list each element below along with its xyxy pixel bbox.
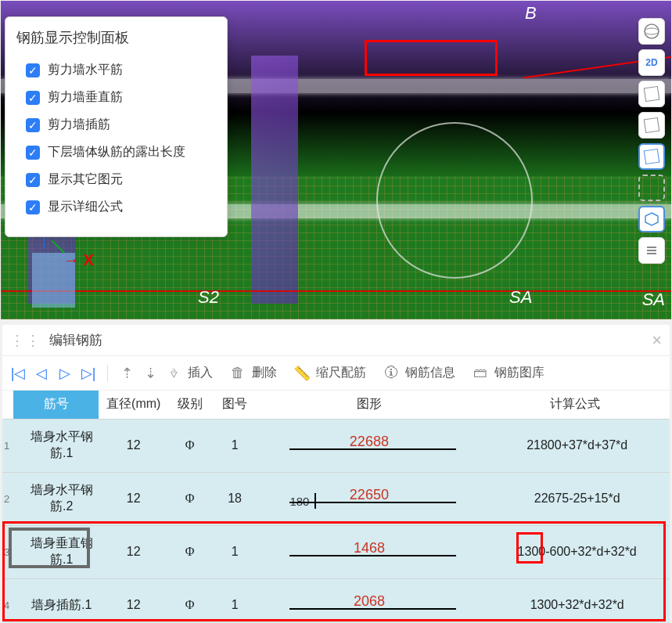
dia-cell[interactable]: 12 xyxy=(99,419,168,472)
table-row[interactable]: 1墙身水平钢筋.112Φ12268821800+37*d+37*d xyxy=(2,419,670,472)
axis-bubble-circle xyxy=(376,122,533,279)
row-num-cell: 2 xyxy=(2,472,13,525)
shape-cell[interactable]: 22688 xyxy=(258,419,480,472)
last-icon[interactable]: ▷| xyxy=(79,364,98,383)
info-button[interactable]: 钢筋信息 xyxy=(405,365,455,381)
cube-view-button[interactable] xyxy=(638,81,665,107)
lvl-cell[interactable]: Φ xyxy=(168,578,211,623)
checkbox-row-4[interactable]: ✓显示其它图元 xyxy=(16,166,216,193)
checkbox-row-2[interactable]: ✓剪力墙插筋 xyxy=(16,111,216,139)
checkbox-icon: ✓ xyxy=(26,91,40,105)
cube-icon xyxy=(644,86,660,102)
checkbox-label: 剪力墙水平筋 xyxy=(48,62,123,78)
fig-cell[interactable]: 18 xyxy=(211,472,259,525)
table-row[interactable]: 2墙身水平钢筋.212Φ181802265022675-25+15*d xyxy=(2,472,670,525)
list-view-button[interactable] xyxy=(638,237,665,264)
close-icon[interactable]: × xyxy=(652,330,662,351)
checkbox-row-0[interactable]: ✓剪力墙水平筋 xyxy=(16,56,216,84)
axis-label-s2: S2 xyxy=(198,287,219,308)
table-row[interactable]: 4墙身插筋.112Φ120681300+32*d+32*d xyxy=(2,578,670,623)
dia-cell[interactable]: 12 xyxy=(99,578,168,623)
panel-title: 编辑钢筋 xyxy=(49,331,652,349)
globe-view-button[interactable] xyxy=(638,18,665,45)
col-header-shape[interactable]: 图形 xyxy=(258,391,480,419)
drag-handle-icon[interactable]: ⋮⋮ xyxy=(10,332,41,349)
axis-label-sa2: SA xyxy=(642,290,665,310)
checkbox-icon: ✓ xyxy=(26,118,40,132)
move-down-icon[interactable]: ⇣ xyxy=(141,364,160,383)
formula-cell[interactable]: 1300+32*d+32*d xyxy=(480,578,670,623)
checkbox-label: 显示详细公式 xyxy=(48,199,123,215)
scale-icon[interactable]: 📏 xyxy=(293,364,311,383)
view-toolbar: 2D xyxy=(638,18,668,264)
name-cell[interactable]: 墙身垂直钢筋.1 xyxy=(13,525,99,578)
checkbox-icon: ✓ xyxy=(26,173,40,187)
insert-button[interactable]: 插入 xyxy=(188,365,213,381)
col-header-dia[interactable]: 直径(mm) xyxy=(99,391,168,419)
move-up-icon[interactable]: ⇡ xyxy=(117,364,136,383)
fig-cell[interactable]: 1 xyxy=(211,525,259,578)
checkbox-row-1[interactable]: ✓剪力墙垂直筋 xyxy=(16,84,216,111)
lvl-cell[interactable]: Φ xyxy=(168,525,211,578)
shape-cell[interactable]: 1468 xyxy=(258,525,480,578)
checkbox-label: 剪力墙插筋 xyxy=(48,117,110,133)
cube-icon xyxy=(644,117,660,133)
library-button[interactable]: 钢筋图库 xyxy=(494,365,544,381)
table-row[interactable]: 3墙身垂直钢筋.112Φ114681300-600+32*d+32*d xyxy=(2,525,670,578)
col-header-name[interactable]: 筋号 xyxy=(13,391,99,419)
dia-cell[interactable]: 12 xyxy=(99,472,168,525)
info-icon[interactable]: 🛈 xyxy=(382,364,401,383)
col-header-formula[interactable]: 计算公式 xyxy=(480,391,670,419)
axis-label-b: B xyxy=(525,3,537,23)
shape-cell[interactable]: 18022650 xyxy=(258,472,480,525)
fig-cell[interactable]: 1 xyxy=(211,419,259,472)
shape-cell[interactable]: 2068 xyxy=(258,578,480,623)
formula-cell[interactable]: 22675-25+15*d xyxy=(480,472,670,525)
annotation-red-rect xyxy=(365,40,498,76)
dia-cell[interactable]: 12 xyxy=(99,525,168,578)
checkbox-row-5[interactable]: ✓显示详细公式 xyxy=(16,193,216,221)
scale-button[interactable]: 缩尺配筋 xyxy=(316,365,366,381)
cube-view-button-active[interactable] xyxy=(638,143,665,170)
col-header-fig[interactable]: 图号 xyxy=(211,391,259,419)
prev-icon[interactable]: ◁ xyxy=(32,364,51,383)
lvl-cell[interactable]: Φ xyxy=(168,419,211,472)
column-2 xyxy=(251,56,298,304)
2d-view-button[interactable]: 2D xyxy=(638,49,665,76)
crop-view-button[interactable] xyxy=(638,175,665,201)
formula-cell[interactable]: 21800+37*d+37*d xyxy=(480,419,670,472)
row-num-cell: 4 xyxy=(2,578,13,623)
hex-view-button[interactable] xyxy=(638,206,665,232)
lvl-cell[interactable]: Φ xyxy=(168,472,211,525)
formula-cell[interactable]: 1300-600+32*d+32*d xyxy=(480,525,670,578)
svg-point-1 xyxy=(645,28,659,34)
first-icon[interactable]: |◁ xyxy=(9,364,27,383)
axis-label-sa: SA xyxy=(509,287,532,308)
library-icon[interactable]: 🗃 xyxy=(471,364,490,383)
3d-viewport[interactable]: → X B S2 SA SA 钢筋显示控制面板 ✓剪力墙水平筋 ✓剪力墙垂直筋 … xyxy=(1,1,671,319)
svg-marker-2 xyxy=(645,213,658,225)
col-header-lvl[interactable]: 级别 xyxy=(168,391,211,419)
checkbox-label: 下层墙体纵筋的露出长度 xyxy=(48,144,185,160)
checkbox-label: 显示其它图元 xyxy=(48,171,123,188)
next-icon[interactable]: ▷ xyxy=(56,364,74,383)
trash-icon[interactable]: 🗑 xyxy=(228,364,247,383)
fig-cell[interactable]: 1 xyxy=(211,578,259,623)
cube-icon xyxy=(644,149,660,164)
rebar-display-panel: 钢筋显示控制面板 ✓剪力墙水平筋 ✓剪力墙垂直筋 ✓剪力墙插筋 ✓下层墙体纵筋的… xyxy=(5,16,228,237)
checkbox-label: 剪力墙垂直筋 xyxy=(48,89,123,106)
delete-button[interactable]: 删除 xyxy=(252,365,277,381)
edit-rebar-panel: ⋮⋮ 编辑钢筋 × |◁ ◁ ▷ ▷| ⇡ ⇣ ⎀ 插入 🗑 删除 📏 缩尺配筋… xyxy=(2,325,670,623)
name-cell[interactable]: 墙身水平钢筋.2 xyxy=(13,472,99,525)
checkbox-icon: ✓ xyxy=(26,146,40,160)
name-cell[interactable]: 墙身插筋.1 xyxy=(13,578,99,623)
row-num-cell: 1 xyxy=(2,419,13,472)
name-cell[interactable]: 墙身水平钢筋.1 xyxy=(13,419,99,472)
cube-view-button-2[interactable] xyxy=(638,112,665,139)
insert-icon[interactable]: ⎀ xyxy=(164,364,183,383)
svg-point-0 xyxy=(645,24,659,38)
checkbox-row-3[interactable]: ✓下层墙体纵筋的露出长度 xyxy=(16,139,216,166)
panel-title: 钢筋显示控制面板 xyxy=(16,25,216,56)
panel-header: ⋮⋮ 编辑钢筋 × xyxy=(2,325,670,356)
axis-x-arrow: → X xyxy=(63,251,94,269)
